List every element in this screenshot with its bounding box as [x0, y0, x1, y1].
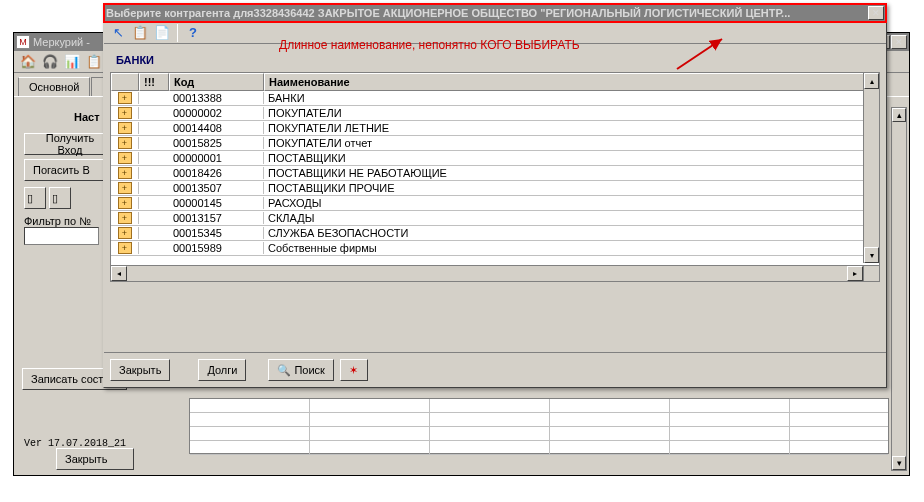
help-icon[interactable]: ?: [183, 23, 203, 43]
folder-plus-icon[interactable]: +: [118, 212, 132, 224]
table-row[interactable]: +00015989Собственные фирмы: [111, 241, 879, 256]
search-label: Поиск: [294, 364, 324, 376]
tool-icon-1[interactable]: 🏠: [18, 52, 38, 72]
table-row[interactable]: +00000001ПОСТАВЩИКИ: [111, 151, 879, 166]
tool-icon-3[interactable]: 📊: [62, 52, 82, 72]
small-btn-1[interactable]: ▯: [24, 187, 46, 209]
grid-vscroll[interactable]: ▴ ▾: [863, 73, 879, 263]
modal-button-row: Закрыть Долги 🔍Поиск ✶: [104, 352, 886, 387]
tool-icon-4[interactable]: 📋: [84, 52, 104, 72]
modal-titlebar: Выберите контрагента для3328436442 ЗАКРЫ…: [104, 4, 886, 22]
cell-name: ПОСТАВЩИКИ НЕ РАБОТАЮЩИЕ: [264, 167, 879, 179]
annotation-text: Длинное наименование, непонятно КОГО ВЫБ…: [279, 38, 580, 52]
star-icon: ✶: [349, 364, 358, 377]
cell-code: 00000145: [169, 197, 264, 209]
cursor-icon[interactable]: ↖: [108, 23, 128, 43]
folder-plus-icon[interactable]: +: [118, 137, 132, 149]
search-button[interactable]: 🔍Поиск: [268, 359, 333, 381]
folder-plus-icon[interactable]: +: [118, 197, 132, 209]
folder-plus-icon[interactable]: +: [118, 152, 132, 164]
col-name[interactable]: Наименование: [264, 73, 879, 91]
cell-code: 00014408: [169, 122, 264, 134]
folder-plus-icon[interactable]: +: [118, 227, 132, 239]
table-row[interactable]: +00015825ПОКУПАТЕЛИ отчет: [111, 136, 879, 151]
cell-code: 00013507: [169, 182, 264, 194]
cell-code: 00015825: [169, 137, 264, 149]
cell-code: 00000002: [169, 107, 264, 119]
grid-hscroll[interactable]: ◂ ▸: [111, 265, 863, 281]
filter-input[interactable]: [24, 227, 99, 245]
scroll-down-icon[interactable]: ▾: [864, 247, 879, 263]
app-icon: М: [16, 35, 30, 49]
folder-plus-icon[interactable]: +: [118, 242, 132, 254]
folder-plus-icon[interactable]: +: [118, 167, 132, 179]
table-row[interactable]: +00013507ПОСТАВЩИКИ ПРОЧИЕ: [111, 181, 879, 196]
filter-label: Фильтр по №: [24, 215, 91, 227]
cell-name: ПОКУПАТЕЛИ ЛЕТНИЕ: [264, 122, 879, 134]
folder-plus-icon[interactable]: +: [118, 182, 132, 194]
cell-name: СЛУЖБА БЕЗОПАСНОСТИ: [264, 227, 879, 239]
select-contractor-dialog: Выберите контрагента для3328436442 ЗАКРЫ…: [103, 3, 887, 388]
table-row[interactable]: +00013157СКЛАДЫ: [111, 211, 879, 226]
table-row[interactable]: +00014408ПОКУПАТЕЛИ ЛЕТНИЕ: [111, 121, 879, 136]
scroll-corner: [863, 265, 879, 281]
cell-code: 00000001: [169, 152, 264, 164]
close-window-button[interactable]: ✕: [891, 35, 907, 49]
cell-name: ПОКУПАТЕЛИ отчет: [264, 137, 879, 149]
debts-button[interactable]: Долги: [198, 359, 246, 381]
bottom-table: [189, 398, 889, 454]
cell-name: СКЛАДЫ: [264, 212, 879, 224]
modal-close-button[interactable]: Закрыть: [110, 359, 170, 381]
list-icon[interactable]: 📋: [130, 23, 150, 43]
modal-title: Выберите контрагента для3328436442 ЗАКРЫ…: [106, 7, 868, 19]
svg-line-0: [677, 39, 722, 69]
scroll-left-icon[interactable]: ◂: [111, 266, 127, 281]
table-row[interactable]: +00015345СЛУЖБА БЕЗОПАСНОСТИ: [111, 226, 879, 241]
folder-plus-icon[interactable]: +: [118, 107, 132, 119]
bg-scroll-down[interactable]: ▾: [892, 456, 906, 470]
search-icon: 🔍: [277, 364, 291, 377]
bg-close-button[interactable]: Закрыть: [56, 448, 134, 470]
folder-plus-icon[interactable]: +: [118, 122, 132, 134]
bg-scroll-up[interactable]: ▴: [892, 108, 906, 122]
col-expand[interactable]: [111, 73, 139, 91]
grid-body[interactable]: +00013388БАНКИ+00000002ПОКУПАТЕЛИ+000144…: [111, 91, 879, 256]
star-button[interactable]: ✶: [340, 359, 368, 381]
cell-code: 00018426: [169, 167, 264, 179]
cell-name: ПОСТАВЩИКИ: [264, 152, 879, 164]
table-row[interactable]: +00000145РАСХОДЫ: [111, 196, 879, 211]
cell-name: РАСХОДЫ: [264, 197, 879, 209]
cell-name: БАНКИ: [264, 92, 879, 104]
cell-code: 00015345: [169, 227, 264, 239]
small-btn-2[interactable]: ▯: [49, 187, 71, 209]
table-row[interactable]: +00018426ПОСТАВЩИКИ НЕ РАБОТАЮЩИЕ: [111, 166, 879, 181]
cell-name: Собственные фирмы: [264, 242, 879, 254]
annotation-arrow: [672, 34, 732, 74]
cell-name: ПОКУПАТЕЛИ: [264, 107, 879, 119]
col-code[interactable]: Код: [169, 73, 264, 91]
cell-name: ПОСТАВЩИКИ ПРОЧИЕ: [264, 182, 879, 194]
modal-close-x[interactable]: ✕: [868, 6, 884, 20]
table-row[interactable]: +00000002ПОКУПАТЕЛИ: [111, 106, 879, 121]
table-row[interactable]: +00013388БАНКИ: [111, 91, 879, 106]
tool-icon-2[interactable]: 🎧: [40, 52, 60, 72]
scroll-up-icon[interactable]: ▴: [864, 73, 879, 89]
contractor-grid: !!! Код Наименование +00013388БАНКИ+0000…: [110, 72, 880, 282]
cell-code: 00013157: [169, 212, 264, 224]
sheet-icon[interactable]: 📄: [152, 23, 172, 43]
cell-code: 00015989: [169, 242, 264, 254]
scroll-right-icon[interactable]: ▸: [847, 266, 863, 281]
cell-code: 00013388: [169, 92, 264, 104]
folder-plus-icon[interactable]: +: [118, 92, 132, 104]
tab-main[interactable]: Основной: [18, 77, 90, 96]
col-exc[interactable]: !!!: [139, 73, 169, 91]
